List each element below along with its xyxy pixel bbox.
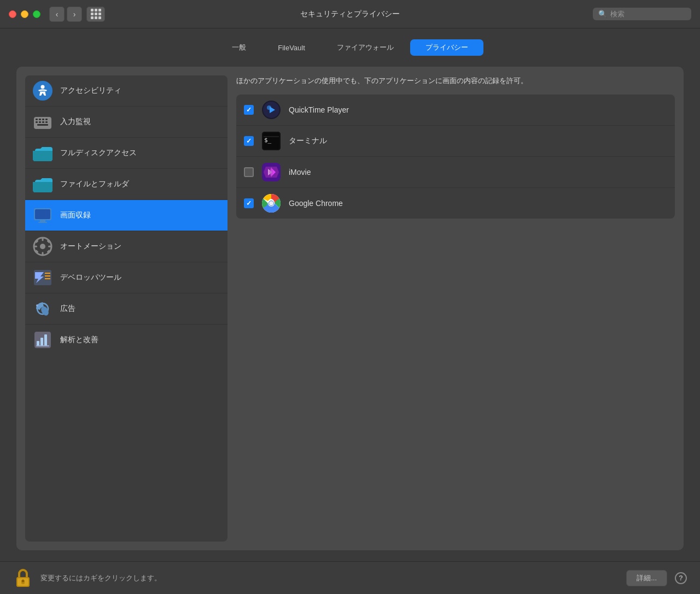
checkbox-quicktime[interactable]: ✓ <box>244 105 254 115</box>
sidebar: アクセシビリティ <box>25 75 228 542</box>
app-row-chrome[interactable]: ✓ <box>236 188 675 219</box>
svg-rect-37 <box>44 334 47 346</box>
maximize-button[interactable] <box>33 10 40 18</box>
minimize-button[interactable] <box>21 10 28 18</box>
sidebar-item-files-folders[interactable]: ファイルとフォルダ <box>25 169 228 200</box>
search-box[interactable]: 🔍 <box>593 8 691 20</box>
svg-rect-20 <box>34 246 37 248</box>
svg-rect-3 <box>36 119 38 120</box>
panel-inner: アクセシビリティ <box>16 67 684 550</box>
lock-text: 変更するにはカギをクリックします。 <box>40 573 619 583</box>
imovie-icon <box>261 162 281 182</box>
traffic-lights <box>9 10 40 18</box>
sidebar-item-developer-tools[interactable]: デベロッパツール <box>25 262 228 293</box>
main-content: 一般 FileVault ファイアウォール プライバシー <box>0 28 700 561</box>
lock-icon-wrap[interactable] <box>13 568 33 588</box>
svg-rect-7 <box>36 121 38 123</box>
svg-rect-38 <box>36 345 49 346</box>
sidebar-item-advertising-label: 広告 <box>60 304 75 314</box>
terminal-icon: $_ <box>261 131 281 151</box>
svg-point-17 <box>40 244 45 249</box>
app-row-imovie[interactable]: iMovie <box>236 157 675 188</box>
developer-tools-icon <box>33 268 52 287</box>
tabs-bar: 一般 FileVault ファイアウォール プライバシー <box>16 39 684 56</box>
grid-icon <box>91 9 101 19</box>
sidebar-item-full-disk-label: フルディスクアクセス <box>60 148 137 158</box>
checkbox-terminal[interactable]: ✓ <box>244 136 254 146</box>
checkmark-quicktime: ✓ <box>246 106 252 114</box>
main-panel: アクセシビリティ <box>16 67 684 550</box>
svg-rect-11 <box>37 124 48 126</box>
svg-rect-14 <box>40 220 45 222</box>
keyboard-icon <box>33 112 52 132</box>
close-button[interactable] <box>9 10 16 18</box>
svg-rect-9 <box>42 121 44 123</box>
description-text: ほかのアプリケーションの使用中でも、下のアプリケーションに画面の内容の記録を許可… <box>236 75 675 87</box>
sidebar-item-input-monitoring-label: 入力監視 <box>60 117 91 127</box>
grid-button[interactable] <box>86 7 105 22</box>
svg-point-1 <box>41 85 45 89</box>
sidebar-item-developer-tools-label: デベロッパツール <box>60 273 121 283</box>
app-row-terminal[interactable]: ✓ $_ ターミナル <box>236 126 675 157</box>
tab-general[interactable]: 一般 <box>217 39 261 56</box>
window-title: セキュリティとプライバシー <box>300 9 400 19</box>
svg-point-54 <box>269 201 273 205</box>
accessibility-icon <box>33 81 52 101</box>
sidebar-item-input-monitoring[interactable]: 入力監視 <box>25 107 228 138</box>
app-row-quicktime[interactable]: ✓ QuickTime Player <box>236 95 675 126</box>
sidebar-item-automation-label: オートメーション <box>60 242 121 251</box>
svg-point-42 <box>267 105 271 110</box>
app-name-terminal: ターミナル <box>289 136 667 146</box>
automation-icon <box>33 237 52 256</box>
checkmark-chrome: ✓ <box>246 199 252 207</box>
svg-rect-19 <box>42 252 44 255</box>
app-name-chrome: Google Chrome <box>289 199 667 208</box>
quicktime-icon <box>261 100 281 120</box>
svg-rect-8 <box>39 121 41 123</box>
sidebar-item-advertising[interactable]: 広告 <box>25 293 228 325</box>
help-button[interactable]: ? <box>675 572 687 584</box>
checkmark-terminal: ✓ <box>246 137 252 145</box>
bottom-bar: 変更するにはカギをクリックします。 詳細... ? <box>0 561 700 594</box>
app-name-imovie: iMovie <box>289 168 667 177</box>
sidebar-item-analytics-label: 解析と改善 <box>60 335 98 345</box>
full-disk-icon <box>33 143 52 163</box>
app-name-quicktime: QuickTime Player <box>289 105 667 114</box>
search-icon: 🔍 <box>598 10 607 18</box>
checkbox-chrome[interactable]: ✓ <box>244 198 254 208</box>
svg-rect-13 <box>35 209 50 219</box>
chrome-icon <box>261 193 281 213</box>
sidebar-item-accessibility-label: アクセシビリティ <box>60 86 121 96</box>
svg-rect-4 <box>39 119 41 120</box>
svg-rect-10 <box>45 121 48 123</box>
nav-buttons: ‹ › <box>49 7 82 22</box>
tab-firewall[interactable]: ファイアウォール <box>322 39 409 56</box>
back-button[interactable]: ‹ <box>49 7 65 22</box>
svg-rect-6 <box>45 119 48 120</box>
svg-rect-5 <box>42 119 44 120</box>
details-button[interactable]: 詳細... <box>626 570 667 586</box>
right-content: ほかのアプリケーションの使用中でも、下のアプリケーションに画面の内容の記録を許可… <box>236 75 675 542</box>
svg-rect-15 <box>38 222 47 223</box>
svg-rect-21 <box>48 246 51 248</box>
svg-point-58 <box>22 579 25 582</box>
sidebar-item-accessibility[interactable]: アクセシビリティ <box>25 75 228 107</box>
files-folders-icon <box>33 174 52 194</box>
checkbox-imovie[interactable] <box>244 167 254 177</box>
svg-rect-36 <box>40 338 43 346</box>
app-list: ✓ QuickTime Player <box>236 95 675 219</box>
forward-button[interactable]: › <box>67 7 82 22</box>
svg-point-33 <box>36 304 38 307</box>
tab-filevault[interactable]: FileVault <box>262 39 320 56</box>
sidebar-item-files-folders-label: ファイルとフォルダ <box>60 179 129 189</box>
tab-privacy[interactable]: プライバシー <box>410 39 483 56</box>
sidebar-item-screen-recording[interactable]: 画面収録 <box>25 200 228 231</box>
lock-icon <box>15 568 31 588</box>
title-bar: ‹ › セキュリティとプライバシー 🔍 <box>0 0 700 28</box>
sidebar-item-analytics[interactable]: 解析と改善 <box>25 325 228 355</box>
sidebar-item-full-disk[interactable]: フルディスクアクセス <box>25 138 228 169</box>
screen-recording-icon <box>33 205 52 225</box>
search-input[interactable] <box>610 10 686 18</box>
sidebar-item-screen-recording-label: 画面収録 <box>60 210 91 220</box>
sidebar-item-automation[interactable]: オートメーション <box>25 231 228 262</box>
